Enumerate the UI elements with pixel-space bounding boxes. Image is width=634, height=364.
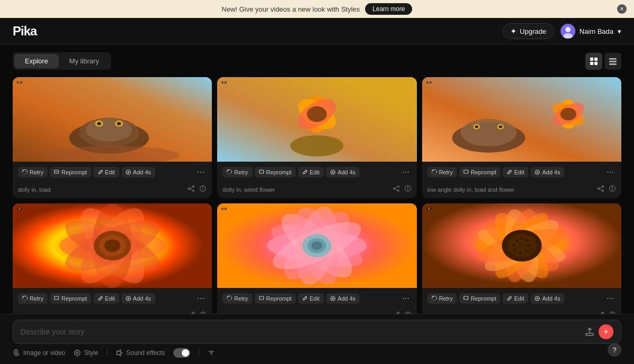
user-name: Naim Bada [580,27,613,35]
sound-effects-button[interactable]: Sound effects [116,349,165,357]
svg-point-88 [105,239,120,252]
svg-rect-162 [586,333,593,335]
edit-button-1[interactable]: Edit [94,167,119,178]
retry-button-6[interactable]: Retry [427,293,457,304]
style-label: Style [84,349,98,357]
attach-label: Image or video [23,349,65,357]
card-1-image [13,77,212,162]
share-button-3[interactable] [597,185,604,194]
svg-point-144 [519,251,521,254]
reprompt-button-5[interactable]: Reprompt [255,293,296,304]
edit-button-3[interactable]: Edit [502,167,528,178]
edit-button-5[interactable]: Edit [298,293,324,304]
user-menu-button[interactable]: Naim Bada ▾ [561,24,621,39]
retry-button-1[interactable]: Retry [18,167,48,178]
svg-rect-8 [609,61,617,62]
sound-toggle[interactable] [173,348,190,358]
filter-button[interactable] [208,349,215,357]
svg-marker-41 [224,82,225,82]
svg-rect-116 [259,296,264,300]
reprompt-button-1[interactable]: Reprompt [50,167,91,178]
add4s-button-4[interactable]: Add 4s [122,293,155,304]
card-3-actions: Retry Reprompt Edit Add 4s ⋯ [422,162,621,183]
generate-button[interactable]: + [599,324,613,339]
separator-2 [199,349,199,357]
retry-button-5[interactable]: Retry [222,293,252,304]
svg-rect-5 [590,62,593,65]
attach-button[interactable]: Image or video [13,349,65,357]
help-button[interactable]: ? [608,343,621,357]
style-button[interactable]: Style [73,349,98,357]
card-6: Retry Reprompt Edit Add 4s ⋯ [422,203,621,324]
svg-point-53 [407,187,408,188]
svg-rect-42 [259,170,264,173]
card-3-footer-icons [597,185,616,194]
edit-button-6[interactable]: Edit [502,293,528,304]
add4s-button-5[interactable]: Add 4s [326,293,360,304]
svg-point-78 [612,187,613,188]
more-button-1[interactable]: ⋯ [195,166,207,179]
video-grid: Retry Reprompt Edit Add 4s ⋯ dolly in, t… [0,77,634,324]
card-3-image [422,77,621,162]
svg-point-17 [117,122,121,125]
retry-button-2[interactable]: Retry [222,167,252,178]
sound-label: Sound effects [126,349,165,357]
banner-text: New! Give your videos a new look with St… [222,5,360,13]
share-button-2[interactable] [393,185,400,194]
more-button-6[interactable]: ⋯ [604,292,616,305]
svg-point-145 [514,249,516,251]
svg-rect-67 [464,170,468,173]
svg-point-140 [520,237,523,239]
upgrade-button[interactable]: ✦ Upgrade [502,23,554,39]
svg-point-33 [203,187,203,188]
prompt-input-row: + [13,320,621,344]
card-6-image [422,203,621,288]
reprompt-button-3[interactable]: Reprompt [459,167,500,178]
edit-button-4[interactable]: Edit [94,293,119,304]
tab-library[interactable]: My library [59,54,109,68]
info-button-1[interactable] [199,185,207,194]
card-5-image [217,203,416,288]
upload-icon-btn[interactable] [585,324,594,339]
add4s-button-3[interactable]: Add 4s [530,167,564,178]
more-button-5[interactable]: ⋯ [400,292,412,305]
svg-rect-4 [594,58,598,61]
card-1-actions: Retry Reprompt Edit Add 4s ⋯ [13,162,212,183]
svg-line-30 [189,189,193,191]
card-3: Retry Reprompt Edit Add 4s ⋯ low angle d… [422,77,621,198]
add4s-button-6[interactable]: Add 4s [530,293,564,304]
tab-explore[interactable]: Explore [14,54,59,68]
add4s-button-1[interactable]: Add 4s [122,167,155,178]
card-6-actions: Retry Reprompt Edit Add 4s ⋯ [422,288,621,309]
retry-button-4[interactable]: Retry [18,293,48,304]
grid-view-button[interactable] [585,53,602,70]
svg-line-50 [394,189,398,191]
svg-marker-165 [117,350,120,356]
edit-button-2[interactable]: Edit [298,167,324,178]
card-2: Retry Reprompt Edit Add 4s ⋯ dolly in, w… [217,77,416,198]
reprompt-button-2[interactable]: Reprompt [255,167,296,178]
card-2-image [217,77,416,162]
card-3-footer: low angle dolly in, toad and flower [422,183,621,198]
promo-banner: New! Give your videos a new look with St… [0,0,634,18]
info-button-2[interactable] [404,185,412,194]
more-button-2[interactable]: ⋯ [400,166,412,179]
reprompt-button-4[interactable]: Reprompt [50,293,91,304]
list-view-button[interactable] [604,53,621,70]
banner-close-button[interactable]: × [617,4,627,14]
avatar [561,24,575,39]
sound-toggle-knob [182,349,189,357]
info-button-3[interactable] [609,185,616,194]
add4s-button-2[interactable]: Add 4s [326,167,360,178]
share-button-1[interactable] [188,185,195,194]
more-button-4[interactable]: ⋯ [195,292,207,305]
prompt-tools: Image or video Style Sound effects [13,348,621,358]
learn-more-button[interactable]: Learn more [365,3,412,15]
prompt-input[interactable] [21,328,585,336]
svg-point-56 [461,119,517,146]
reprompt-button-6[interactable]: Reprompt [459,293,500,304]
svg-point-16 [97,122,101,125]
svg-marker-20 [19,82,20,82]
more-button-3[interactable]: ⋯ [604,166,616,179]
retry-button-3[interactable]: Retry [427,167,457,178]
